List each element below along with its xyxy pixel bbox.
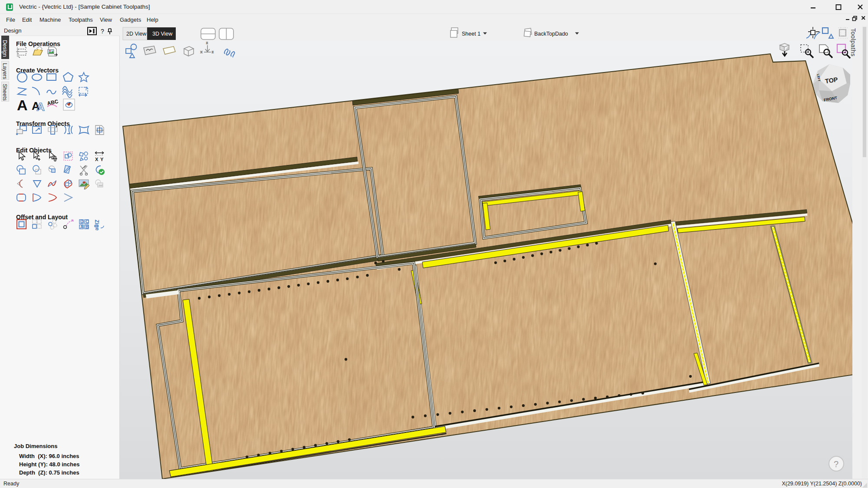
svg-text:D: D (80, 219, 83, 224)
svg-text:A: A (80, 224, 83, 229)
svg-text:B: B (85, 224, 89, 229)
svg-text:z: z (206, 41, 208, 45)
svg-text:x: x (201, 50, 202, 54)
svg-text:?: ? (85, 86, 88, 91)
svg-text:Y: Y (100, 157, 104, 162)
svg-text:ge: ge (94, 224, 100, 231)
svg-text:ABC: ABC (46, 98, 59, 106)
svg-text:z: z (212, 50, 214, 54)
svg-text:Toolpaths: Toolpaths (850, 28, 857, 56)
svg-text:?: ? (834, 459, 838, 469)
svg-text:X: X (95, 157, 99, 162)
svg-text:A: A (17, 97, 28, 113)
svg-text:BackTopDado: BackTopDado (534, 31, 568, 37)
svg-text:C: C (85, 219, 89, 224)
svg-text:A: A (36, 100, 45, 113)
svg-text:3D View: 3D View (152, 31, 173, 37)
svg-text:Sheet 1: Sheet 1 (462, 31, 480, 37)
svg-text:2D View: 2D View (126, 31, 147, 37)
